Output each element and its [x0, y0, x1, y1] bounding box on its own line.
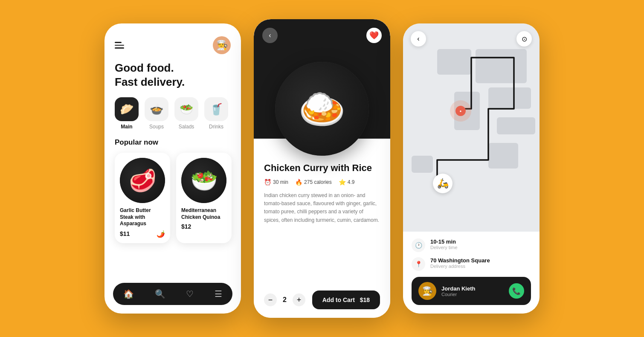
food-card-quinoa-price: $12 [181, 223, 191, 230]
cat-main-icon-wrap: 🥟 [115, 97, 139, 121]
avatar-emoji: 👨‍🍳 [216, 40, 228, 51]
food-card-steak-name: Garlic Butter Steak with Asparagus [120, 207, 165, 227]
cat-soups-icon-wrap: 🍲 [145, 97, 168, 121]
cat-soups-emoji: 🍲 [150, 103, 163, 116]
dish-description: Indian chicken curry stewed in an onion-… [264, 192, 380, 284]
dish-meta: ⏰ 30 min 🔥 275 calories ⭐ 4.9 [264, 179, 380, 186]
pin-dot: ● [460, 109, 462, 113]
steak-plate-visual: 🥩 [120, 158, 165, 203]
favorite-icon: ❤️ [369, 31, 379, 40]
add-to-cart-button[interactable]: Add to Cart $18 [312, 291, 380, 309]
quinoa-plate-visual: 🥗 [181, 158, 226, 203]
map-settings-icon: ⊙ [522, 35, 527, 43]
call-button[interactable]: 📞 [509, 283, 524, 299]
nav-home-icon[interactable]: 🏠 [123, 289, 134, 299]
curry-plate-visual: 🍛 [275, 62, 369, 156]
cat-soups[interactable]: 🍲 Soups [145, 97, 168, 130]
add-cart-price: $18 [360, 296, 370, 303]
cat-drinks-label: Drinks [209, 124, 223, 130]
delivery-address-value: 70 Washington Square [430, 257, 490, 264]
courier-name: Jordan Kieth [441, 285, 504, 292]
detail-back-button[interactable]: ‹ [262, 28, 278, 43]
dish-image-large: 🍛 [275, 62, 369, 156]
qty-increase-button[interactable]: + [293, 293, 305, 306]
nav-favorites-icon[interactable]: ♡ [186, 289, 194, 299]
cat-drinks-icon-wrap: 🥤 [204, 97, 228, 121]
food-cards: 🥩 Garlic Butter Steak with Asparagus $11… [115, 153, 231, 243]
courier-avatar-emoji: 👨‍🍳 [422, 286, 433, 296]
cat-salads-icon-wrap: 🥗 [174, 97, 198, 121]
map-back-button[interactable]: ‹ [411, 31, 426, 46]
delivery-time-value: 10-15 min [430, 238, 458, 245]
food-card-steak-price: $11 [120, 230, 130, 237]
detail-footer: − 2 + Add to Cart $18 [264, 291, 380, 309]
info-time-text: 10-15 min Delivery time [430, 238, 458, 250]
meta-rating: ⭐ 4.9 [339, 179, 355, 186]
title-line1: Good food. [115, 61, 174, 74]
qty-decrease-button[interactable]: − [264, 293, 277, 306]
time-emoji: ⏰ [264, 179, 271, 186]
cat-salads-label: Salads [179, 124, 194, 130]
food-card-steak-img: 🥩 [120, 158, 165, 203]
tracking-bottom: 🕐 10-15 min Delivery time 📍 70 Washingto… [403, 232, 540, 314]
info-address-text: 70 Washington Square Delivery address [430, 257, 490, 269]
cat-main[interactable]: 🥟 Main [115, 97, 139, 130]
detail-back-icon: ‹ [269, 32, 271, 39]
spicy-icon: 🌶️ [157, 230, 165, 238]
scooter-circle: 🛵 [433, 174, 453, 193]
food-card-steak[interactable]: 🥩 Garlic Butter Steak with Asparagus $11… [115, 153, 170, 243]
bottom-nav: 🏠 🔍 ♡ ☰ [113, 283, 232, 305]
map-settings-button[interactable]: ⊙ [516, 31, 532, 46]
quantity-control: − 2 + [264, 293, 305, 306]
courier-role: Courier [441, 292, 504, 297]
courier-info: Jordan Kieth Courier [441, 285, 504, 297]
location-icon-emoji: 📍 [415, 261, 422, 267]
pin-outer: ● [450, 100, 471, 122]
location-icon: 📍 [412, 257, 425, 271]
food-card-quinoa-footer: $12 [181, 223, 226, 230]
add-cart-label: Add to Cart [322, 296, 355, 303]
category-tabs: 🥟 Main 🍲 Soups 🥗 Salads [104, 97, 241, 138]
cat-drinks[interactable]: 🥤 Drinks [204, 97, 228, 130]
time-icon-emoji: 🕐 [415, 242, 422, 249]
map-back-icon: ‹ [417, 35, 419, 43]
scooter-pin: 🛵 [433, 174, 453, 193]
star-emoji: ⭐ [339, 179, 346, 186]
dish-name: Chicken Curry with Rice [264, 163, 380, 174]
map-area: ‹ ⊙ ● 🛵 [403, 23, 540, 232]
time-icon: 🕐 [412, 238, 425, 252]
call-icon: 📞 [512, 287, 521, 295]
delivery-time-label: Delivery time [430, 245, 458, 250]
detail-body: Chicken Curry with Rice ⏰ 30 min 🔥 275 c… [254, 139, 390, 318]
phones-container: 👨‍🍳 Good food. Fast delivery. 🥟 Main [92, 6, 552, 331]
cat-salads[interactable]: 🥗 Salads [174, 97, 198, 130]
phone-detail: ‹ ❤️ 🍛 Chicken Curry with Rice ⏰ 30 min … [254, 19, 390, 318]
food-card-quinoa[interactable]: 🥗 Mediterranean Chicken Quinoa $12 [176, 153, 232, 243]
info-row-time: 🕐 10-15 min Delivery time [412, 238, 531, 252]
favorite-button[interactable]: ❤️ [366, 28, 382, 43]
detail-top: ‹ ❤️ 🍛 [254, 19, 390, 139]
popular-section: Popular now 🥩 Garlic Butter Steak with A… [104, 138, 241, 276]
meta-rating-value: 4.9 [348, 179, 355, 185]
cat-drinks-emoji: 🥤 [209, 103, 223, 116]
nav-search-icon[interactable]: 🔍 [155, 289, 165, 299]
meta-calories: 🔥 275 calories [295, 179, 332, 186]
delivery-address-label: Delivery address [430, 264, 490, 269]
meta-calories-value: 275 calories [304, 179, 332, 185]
qty-value: 2 [283, 296, 287, 304]
nav-orders-icon[interactable]: ☰ [215, 289, 222, 299]
scooter-emoji: 🛵 [437, 178, 449, 189]
courier-bar: 👨‍🍳 Jordan Kieth Courier 📞 [412, 277, 531, 305]
courier-avatar: 👨‍🍳 [418, 282, 436, 300]
food-card-steak-footer: $11 🌶️ [120, 230, 165, 238]
avatar[interactable]: 👨‍🍳 [213, 36, 231, 54]
meta-time: ⏰ 30 min [264, 179, 288, 186]
meta-time-value: 30 min [273, 179, 288, 185]
menu-icon[interactable] [115, 42, 124, 49]
fire-emoji: 🔥 [295, 179, 302, 186]
food-card-quinoa-img: 🥗 [181, 158, 226, 203]
map-header-buttons: ‹ ⊙ [411, 31, 532, 46]
info-row-address: 📍 70 Washington Square Delivery address [412, 257, 531, 271]
home-header: 👨‍🍳 [104, 23, 241, 61]
route-path [403, 23, 540, 203]
